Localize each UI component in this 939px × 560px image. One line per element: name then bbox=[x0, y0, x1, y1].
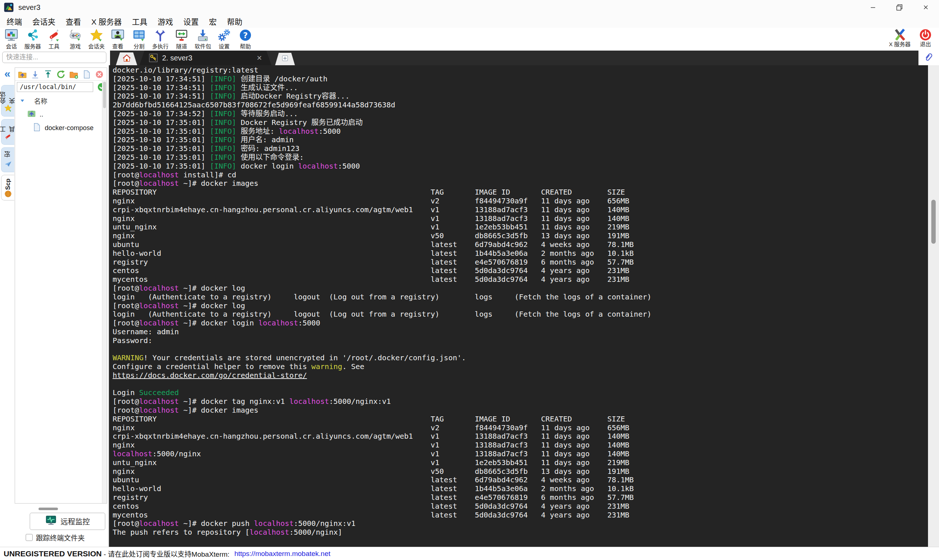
paperclip-icon[interactable] bbox=[923, 52, 934, 64]
terminal-line: [2025-10-10 17:34:51] [INFO] 启动Docker Re… bbox=[113, 92, 928, 101]
menu-item[interactable]: 帮助 bbox=[222, 16, 248, 27]
terminal-line: mycentos latest 5d0da3dc9764 4 years ago… bbox=[113, 511, 928, 520]
toolbar-button[interactable]: 软件包 bbox=[192, 28, 213, 50]
mobatek-link[interactable]: https://mobaxterm.mobatek.net bbox=[234, 550, 330, 558]
terminal-line: nginx v2 f84494730a9f 11 days ago 656MB bbox=[113, 197, 928, 206]
menu-item[interactable]: 查看 bbox=[60, 16, 86, 27]
menu-item[interactable]: X 服务器 bbox=[86, 16, 127, 27]
sidebar-tab-Scp[interactable]: Scp bbox=[1, 175, 14, 200]
file-icon bbox=[32, 122, 42, 134]
sidebar-tab-宏[interactable]: 宏 bbox=[1, 147, 14, 172]
terminal-line: [root@localhost ~]# docker push localhos… bbox=[113, 519, 928, 528]
toolbar-button-label: 游戏 bbox=[70, 42, 81, 50]
toolbar-right-group: X 服务器退出 bbox=[888, 28, 937, 47]
toolbar-button[interactable]: 查看 bbox=[107, 28, 128, 50]
terminal-line: crpi-xbqxtnrbim4ehaye.cn-hangzhou.person… bbox=[113, 432, 928, 441]
terminal-line: REPOSITORY TAG IMAGE ID CREATED SIZE bbox=[113, 415, 928, 424]
delete-icon[interactable] bbox=[95, 70, 104, 79]
menu-item[interactable]: 宏 bbox=[204, 16, 222, 27]
sidebar-tab-label: Scp bbox=[5, 178, 12, 190]
tree-item-docker-compose[interactable]: docker-compose bbox=[15, 121, 107, 135]
terminal-line: [2025-10-10 17:34:51] [INFO] 创建目录 /docke… bbox=[113, 75, 928, 83]
new-file-icon[interactable] bbox=[82, 70, 91, 79]
terminal-line: centos latest 5d0da3dc9764 4 years ago 2… bbox=[113, 502, 928, 511]
toolbar-button[interactable]: 退出 bbox=[914, 28, 937, 47]
tree-item-..[interactable]: .. bbox=[15, 108, 107, 121]
toolbar-button-label: 设置 bbox=[219, 42, 230, 50]
main-area: « 会话夹工具宏Scp /usr/local/bin/ 名称 ..docker-… bbox=[0, 65, 939, 547]
menu-item[interactable]: 工具 bbox=[127, 16, 153, 27]
terminal-line: untu_nginx v1 1e2eb53bb451 11 days ago 2… bbox=[113, 223, 928, 232]
terminal-line: 2b7dd6bfbd51664125aac6507b83f708672fe5d9… bbox=[113, 101, 928, 109]
download-icon[interactable] bbox=[31, 70, 40, 79]
menu-item[interactable]: 设置 bbox=[178, 16, 204, 27]
terminal-line: untu_nginx v1 1e2eb53bb451 11 days ago 2… bbox=[113, 458, 928, 467]
quick-connect-input[interactable] bbox=[2, 52, 106, 63]
toolbar-button[interactable]: 多执行 bbox=[150, 28, 171, 50]
tools-icon bbox=[47, 28, 61, 42]
path-input[interactable]: /usr/local/bin/ bbox=[17, 82, 93, 92]
terminal-line: crpi-xbqxtnrbim4ehaye.cn-hangzhou.person… bbox=[113, 206, 928, 214]
star-icon bbox=[89, 28, 103, 42]
toolbar-button[interactable]: 隧道 bbox=[171, 28, 192, 50]
sidebar-collapse-button[interactable]: « bbox=[0, 68, 15, 80]
toolbar-button[interactable]: 设置 bbox=[213, 28, 235, 50]
terminal-line: nginx v50 db8665c3d5fb 13 days ago 191MB bbox=[113, 467, 928, 476]
terminal-line: [root@localhost ~]# docker login localho… bbox=[113, 319, 928, 328]
terminal-scrollbar-thumb[interactable] bbox=[931, 200, 936, 244]
terminal-line: ubuntu latest 6d79abd4c962 4 weeks ago 7… bbox=[113, 476, 928, 485]
minimize-button[interactable] bbox=[860, 0, 886, 15]
terminal[interactable]: docker.io/library/registry:latest[2025-1… bbox=[109, 65, 928, 547]
terminal-line: nginx v50 db8665c3d5fb 13 days ago 191MB bbox=[113, 232, 928, 240]
toolbar-button[interactable]: 游戏 bbox=[65, 28, 86, 50]
terminal-line: [2025-10-10 17:35:01] [INFO] 用户名: admin bbox=[113, 135, 928, 145]
toolbar-button[interactable]: 工具 bbox=[43, 28, 65, 50]
terminal-line: [root@localhost ~]# docker tag nginx:v1 … bbox=[113, 397, 928, 406]
tab-home[interactable] bbox=[116, 52, 137, 65]
sidebar-tab-工具[interactable]: 工具 bbox=[1, 119, 14, 145]
toolbar-button[interactable]: 服务器 bbox=[22, 28, 43, 50]
close-button[interactable] bbox=[913, 0, 939, 15]
tree-header[interactable]: 名称 bbox=[15, 93, 107, 108]
title-bar: sever3 bbox=[0, 0, 939, 15]
status-bar: UNREGISTERED VERSION - 请在此处订阅专业版以支持MobaX… bbox=[0, 547, 939, 560]
tree-item-label: .. bbox=[40, 111, 43, 118]
folder-up-icon[interactable] bbox=[18, 70, 27, 79]
toolbar-button-label: 会话夹 bbox=[88, 42, 105, 50]
terminal-line: [root@localhost ~]# docker log bbox=[113, 284, 928, 293]
tunnel-icon bbox=[174, 28, 188, 42]
new-folder-icon[interactable] bbox=[69, 70, 79, 79]
upload-icon[interactable] bbox=[43, 70, 53, 79]
power-icon bbox=[919, 28, 932, 42]
toolbar-button[interactable]: 分割 bbox=[128, 28, 150, 50]
app-logo-icon bbox=[4, 2, 14, 12]
tab-session-sever3[interactable]: 2. sever3× bbox=[139, 51, 271, 65]
toolbar-button[interactable]: ?帮助 bbox=[235, 28, 256, 50]
follow-terminal-label: 跟踪终端文件夹 bbox=[36, 532, 85, 542]
svg-text:?: ? bbox=[243, 31, 248, 40]
tab-close-icon[interactable]: × bbox=[257, 54, 262, 62]
sidebar-scrollbar-thumb[interactable] bbox=[103, 82, 106, 108]
menu-item[interactable]: 游戏 bbox=[153, 16, 178, 27]
new-tab-button[interactable] bbox=[275, 53, 295, 65]
terminal-line: Username: admin bbox=[113, 328, 928, 337]
terminal-line: registry latest e4e570676819 6 months ag… bbox=[113, 258, 928, 267]
refresh-icon[interactable] bbox=[56, 70, 66, 79]
sidebar-resize-handle[interactable] bbox=[39, 508, 58, 510]
toolbar-button[interactable]: 会话 bbox=[1, 28, 22, 50]
attachments-corner bbox=[919, 51, 939, 65]
remote-monitoring-button[interactable]: 远程监控 bbox=[30, 513, 105, 530]
follow-terminal-checkbox[interactable]: 跟踪终端文件夹 bbox=[26, 532, 85, 542]
sidebar-vertical-tabs: 会话夹工具宏Scp bbox=[1, 85, 15, 203]
toolbar-button[interactable]: 会话夹 bbox=[86, 28, 107, 50]
packages-icon bbox=[196, 28, 210, 42]
restore-button[interactable] bbox=[886, 0, 913, 15]
sidebar: « 会话夹工具宏Scp /usr/local/bin/ 名称 ..docker-… bbox=[0, 65, 109, 547]
menu-item[interactable]: 会话夹 bbox=[27, 16, 60, 27]
caret-down-icon bbox=[19, 98, 25, 104]
sidebar-tab-会话夹[interactable]: 会话夹 bbox=[1, 85, 14, 117]
star-icon bbox=[4, 104, 12, 114]
checkbox[interactable] bbox=[26, 534, 32, 541]
toolbar-button[interactable]: X 服务器 bbox=[888, 28, 911, 47]
menu-item[interactable]: 终端 bbox=[2, 16, 27, 27]
